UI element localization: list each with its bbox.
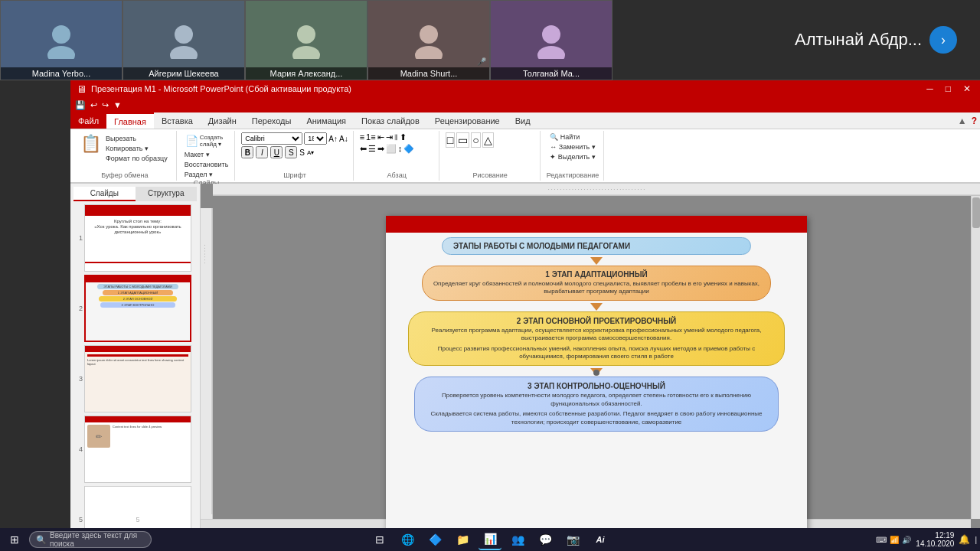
indent-inc-button[interactable]: ⇥	[386, 132, 393, 142]
taskbar-ai[interactable]: Ai	[589, 529, 612, 550]
taskbar-edge[interactable]: 🔷	[423, 529, 446, 550]
slide-thumb-3[interactable]: 3 Lorem ipsum dolor sit amet consectetur…	[74, 345, 197, 412]
undo-icon[interactable]: ↩	[90, 100, 97, 110]
line-spacing-button[interactable]: ↕	[398, 144, 403, 154]
taskbar-powerpoint[interactable]: 📊	[479, 529, 501, 550]
tab-home[interactable]: Главная	[106, 112, 154, 129]
tab-animations[interactable]: Анимация	[299, 112, 354, 129]
svg-point-8	[542, 25, 560, 44]
section-button[interactable]: Раздел ▾	[183, 170, 230, 179]
participant-tile-5[interactable]: Толганай Ма...	[490, 0, 612, 80]
tab-outline[interactable]: Структура	[136, 187, 198, 201]
volume-icon[interactable]: 🔊	[902, 536, 911, 544]
ribbon-group-editing: 🔍 Найти ↔ Заменить ▾ ✦ Выделить ▾ Редакт…	[542, 131, 605, 181]
taskbar-clock[interactable]: 12:19 14.10.2020	[916, 531, 954, 548]
convert-smartart-button[interactable]: 🔷	[403, 144, 414, 154]
indent-dec-button[interactable]: ⇤	[377, 132, 384, 142]
find-button[interactable]: 🔍 Найти	[548, 132, 597, 142]
font-size-select[interactable]: 18	[304, 132, 327, 145]
taskbar-camera[interactable]: 📷	[561, 529, 584, 550]
taskbar-chrome[interactable]: 🌐	[396, 529, 419, 550]
font-color-button[interactable]: A▾	[307, 149, 314, 156]
shape-oval-button[interactable]: ○	[471, 132, 480, 148]
minimize-button[interactable]: ─	[923, 83, 936, 94]
shape-rounded-button[interactable]: ▭	[456, 132, 469, 148]
stage1-box[interactable]: 1 ЭТАП АДАПТАЦИОННЫЙ Определяет круг обя…	[422, 266, 771, 301]
start-button[interactable]: ⊞	[3, 529, 26, 550]
close-button[interactable]: ✕	[960, 83, 974, 94]
layout-button[interactable]: Макет ▾	[183, 150, 230, 159]
replace-button[interactable]: ↔ Заменить ▾	[548, 142, 597, 152]
search-bar[interactable]: 🔍 Введите здесь текст для поиска	[29, 531, 152, 548]
font-family-select[interactable]: Calibri	[241, 132, 302, 145]
slide-thumb-4[interactable]: 4 ✏ Content text lines for slide 4 previ…	[74, 416, 197, 483]
stage2-box[interactable]: 2 ЭТАП ОСНОВНОЙ ПРОЕКТИРОВОЧНЫЙ Реализуе…	[408, 311, 785, 367]
tab-file[interactable]: Файл	[70, 112, 106, 129]
vertical-scrollbar[interactable]	[971, 196, 980, 519]
slide-thumb-1[interactable]: 1 Круглый стол на тему:«Хоз урока. Как п…	[74, 204, 197, 272]
tab-design[interactable]: Дизайн	[201, 112, 244, 129]
format-painter-button[interactable]: Формат по образцу	[104, 154, 169, 163]
taskbar-task-view[interactable]: ⊟	[368, 529, 391, 550]
taskbar-teams[interactable]: 👥	[506, 529, 529, 550]
text-direction-button[interactable]: ⬆	[400, 132, 407, 142]
help-icon[interactable]: ?	[972, 116, 977, 126]
italic-button[interactable]: I	[256, 146, 268, 158]
drawing-label: Рисование	[473, 171, 508, 179]
participant-name-2: Айгерим Шекеева	[123, 67, 244, 80]
customize-icon[interactable]: ▼	[113, 100, 122, 109]
cut-button[interactable]: Вырезать	[104, 134, 169, 143]
network-icon[interactable]: 📶	[890, 536, 899, 544]
search-icon: 🔍	[36, 535, 47, 545]
align-right-button[interactable]: ➡	[377, 144, 384, 154]
underline-button[interactable]: U	[270, 146, 283, 158]
paragraph-label: Абзац	[387, 171, 407, 179]
columns-button[interactable]: ⫴	[394, 132, 398, 142]
numbering-button[interactable]: 1≡	[366, 132, 376, 142]
taskbar-zoom[interactable]: 💬	[534, 529, 557, 550]
font-label: Шрифт	[283, 171, 306, 179]
redo-icon[interactable]: ↪	[102, 100, 109, 110]
select-button[interactable]: ✦ Выделить ▾	[548, 152, 597, 161]
taskbar-explorer[interactable]: 📁	[451, 529, 474, 550]
shape-arrow-button[interactable]: △	[482, 132, 494, 148]
slide-thumb-2[interactable]: 2 ЭТАПЫ РАБОТЫ С МОЛОДЫМИ ПЕДАГОГАМИ 1 Э…	[74, 275, 197, 342]
save-icon[interactable]: 💾	[75, 100, 86, 110]
tab-insert[interactable]: Вставка	[154, 112, 201, 129]
participant-tile-3[interactable]: Мария Александ...	[245, 0, 368, 80]
notification-icon[interactable]: 🔔	[959, 534, 970, 545]
stage3-box[interactable]: 3 ЭТАП КОНТРОЛЬНО-ОЦЕНОЧНЫЙ Проверяется …	[414, 377, 779, 432]
ribbon-content: 📋 Вырезать Копировать ▾ Формат по образц…	[70, 129, 980, 183]
next-speaker-button[interactable]: ›	[929, 26, 957, 54]
decrease-font-button[interactable]: A↓	[339, 135, 348, 143]
align-left-button[interactable]: ⬅	[360, 144, 367, 154]
ribbon-collapse-icon[interactable]: ▲	[958, 116, 967, 126]
justify-button[interactable]: ⬜	[386, 144, 397, 154]
show-desktop-button[interactable]: |	[975, 536, 977, 544]
bullets-button[interactable]: ≡	[360, 132, 364, 142]
strikethrough-button[interactable]: S	[285, 146, 297, 158]
text-shadow-button[interactable]: S	[299, 148, 305, 157]
slide-num-5: 5	[74, 516, 83, 523]
new-slide-button[interactable]: 📄Создатьслайд ▾	[183, 132, 230, 149]
bold-button[interactable]: B	[241, 146, 253, 158]
participant-tile-1[interactable]: Madina Yerbo...	[0, 0, 122, 80]
tab-slides[interactable]: Слайды	[74, 187, 136, 201]
tab-slideshow[interactable]: Показ слайдов	[354, 112, 427, 129]
participant-tile-4[interactable]: Madina Shurt... 🎤	[368, 0, 490, 80]
paste-button[interactable]: 📋 Вырезать Копировать ▾ Формат по образц…	[78, 132, 172, 165]
reset-button[interactable]: Восстановить	[183, 160, 230, 169]
slide-thumb-5[interactable]: 5 5	[74, 486, 197, 528]
tab-transitions[interactable]: Переходы	[244, 112, 299, 129]
participant-tile-2[interactable]: Айгерим Шекеева	[122, 0, 245, 80]
maximize-button[interactable]: □	[942, 83, 954, 94]
increase-font-button[interactable]: A↑	[328, 135, 338, 143]
align-center-button[interactable]: ☰	[368, 144, 376, 154]
windows-taskbar: ⊞ 🔍 Введите здесь текст для поиска ⊟ 🌐 🔷…	[0, 528, 980, 551]
tab-review[interactable]: Рецензирование	[427, 112, 508, 129]
main-slide-canvas[interactable]: ЭТАПЫ РАБОТЫ С МОЛОДЫМИ ПЕДАГОГАМИ 1 ЭТА…	[386, 216, 807, 528]
copy-button[interactable]: Копировать ▾	[104, 144, 169, 153]
tab-view[interactable]: Вид	[508, 112, 538, 129]
keyboard-icon[interactable]: ⌨	[876, 536, 887, 544]
shape-rect-button[interactable]: □	[446, 132, 455, 148]
